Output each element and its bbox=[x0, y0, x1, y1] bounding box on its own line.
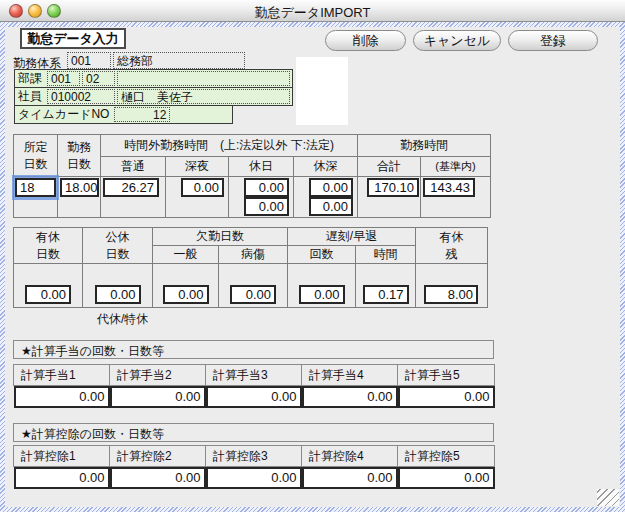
col-header-late-time: 時間 bbox=[356, 246, 416, 264]
staff-name-field[interactable]: 樋口 美佐子 bbox=[117, 89, 290, 104]
paid-remaining-input[interactable]: 8.00 bbox=[424, 285, 478, 304]
col-header-absence-sickness: 病傷 bbox=[219, 246, 288, 264]
late-early-count-input[interactable]: 0.00 bbox=[299, 285, 345, 304]
col-header-deduction-2: 計算控除2 bbox=[110, 446, 206, 467]
overtime-holiday-midnight-bottom-input[interactable]: 0.00 bbox=[309, 197, 353, 216]
staff-row: 社員 010002 樋口 美佐子 bbox=[14, 87, 293, 106]
delete-button[interactable]: 削除 bbox=[325, 30, 406, 51]
absence-general-input[interactable]: 0.00 bbox=[163, 285, 209, 304]
allowance-2-input[interactable]: 0.00 bbox=[110, 386, 206, 408]
timecard-label: タイムカードNO bbox=[18, 106, 109, 123]
timecard-row: タイムカードNO 12 bbox=[14, 105, 233, 124]
col-header-work-days: 勤務 日数 bbox=[58, 135, 101, 177]
deduction-2-input[interactable]: 0.00 bbox=[110, 467, 206, 489]
group-header-absence: 欠勤日数 bbox=[153, 228, 288, 246]
department-name-field[interactable] bbox=[117, 71, 290, 86]
col-header-deduction-4: 計算控除4 bbox=[302, 446, 398, 467]
absence-sickness-input[interactable]: 0.00 bbox=[230, 285, 276, 304]
form-title: 勤怠データ入力 bbox=[20, 28, 126, 49]
overtime-normal-input[interactable]: 26.27 bbox=[103, 178, 159, 197]
allowance-3-input[interactable]: 0.00 bbox=[206, 386, 302, 408]
cell-work-hours-standard: 143.43 bbox=[421, 177, 491, 218]
allowance-5-input[interactable]: 0.00 bbox=[398, 386, 495, 408]
deduction-5-input[interactable]: 0.00 bbox=[398, 467, 495, 489]
overtime-holiday-midnight-top-input[interactable]: 0.00 bbox=[309, 178, 353, 197]
col-header-allowance-2: 計算手当2 bbox=[110, 365, 206, 386]
window-content: 勤怠データ入力 削除 キャンセル 登録 勤務体系 001 総務部 部課 001 … bbox=[5, 27, 620, 507]
scheduled-days-input[interactable]: 18 bbox=[15, 178, 56, 197]
work-system-name-field[interactable]: 総務部 bbox=[113, 52, 245, 69]
late-early-time-input[interactable]: 0.17 bbox=[363, 285, 409, 304]
allowance-table: 計算手当1 計算手当2 計算手当3 計算手当4 計算手当5 0.00 0.00 … bbox=[13, 364, 495, 408]
cell-public-holiday: 0.00 bbox=[83, 264, 153, 308]
cell-scheduled-days: 18 bbox=[14, 177, 58, 218]
deduction-3-input[interactable]: 0.00 bbox=[206, 467, 302, 489]
allowance-1-input[interactable]: 0.00 bbox=[14, 386, 110, 408]
cell-overtime-holiday-midnight: 0.00 0.00 bbox=[294, 177, 358, 218]
col-header-deduction-3: 計算控除3 bbox=[206, 446, 302, 467]
titlebar[interactable]: 勤怠データIMPORT bbox=[0, 0, 625, 22]
cell-overtime-midnight: 0.00 bbox=[166, 177, 229, 218]
cell-work-days: 18.00 bbox=[58, 177, 101, 218]
col-header-public-holiday: 公休 日数 bbox=[83, 228, 153, 264]
allowance-4-input[interactable]: 0.00 bbox=[302, 386, 398, 408]
col-header-allowance-1: 計算手当1 bbox=[14, 365, 110, 386]
col-header-allowance-3: 計算手当3 bbox=[206, 365, 302, 386]
staff-code-field[interactable]: 010002 bbox=[47, 89, 115, 104]
deduction-4-input[interactable]: 0.00 bbox=[302, 467, 398, 489]
cell-late-count: 0.00 bbox=[288, 264, 356, 308]
overtime-midnight-input[interactable]: 0.00 bbox=[181, 178, 224, 197]
work-hours-total-input[interactable]: 170.10 bbox=[367, 178, 419, 197]
window-frame: 勤怠データ入力 削除 キャンセル 登録 勤務体系 001 総務部 部課 001 … bbox=[0, 22, 625, 512]
photo-placeholder bbox=[296, 57, 348, 125]
cell-absence-general: 0.00 bbox=[153, 264, 219, 308]
substitute-leave-note: 代休/特休 bbox=[97, 311, 148, 328]
work-hours-standard-input[interactable]: 143.43 bbox=[423, 178, 475, 197]
attendance-table: 所定 日数 勤務 日数 時間外勤務時間 (上:法定以外 下:法定) 勤務時間 普… bbox=[13, 134, 491, 218]
col-header-midnight: 深夜 bbox=[166, 157, 229, 177]
cell-absence-sickness: 0.00 bbox=[219, 264, 288, 308]
cell-paid-remaining: 8.00 bbox=[416, 264, 488, 308]
col-header-paid-remaining: 有休 残 bbox=[416, 228, 488, 264]
paid-leave-input[interactable]: 0.00 bbox=[25, 285, 71, 304]
timecard-no-field[interactable]: 12 bbox=[114, 107, 170, 122]
work-days-input[interactable]: 18.00 bbox=[60, 178, 99, 197]
allowance-section-title: ★計算手当の回数・日数等 bbox=[13, 340, 494, 359]
department-code-field[interactable]: 001 bbox=[47, 71, 80, 86]
group-header-work-hours: 勤務時間 bbox=[358, 135, 491, 157]
col-header-deduction-5: 計算控除5 bbox=[398, 446, 495, 467]
overtime-holiday-top-input[interactable]: 0.00 bbox=[244, 178, 289, 197]
col-header-late-count: 回数 bbox=[288, 246, 356, 264]
deduction-1-input[interactable]: 0.00 bbox=[14, 467, 110, 489]
col-header-total: 合計 bbox=[358, 157, 421, 177]
cell-overtime-normal: 26.27 bbox=[101, 177, 166, 218]
col-header-standard: (基準内) bbox=[421, 157, 491, 177]
cell-late-time: 0.17 bbox=[356, 264, 416, 308]
col-header-deduction-1: 計算控除1 bbox=[14, 446, 110, 467]
staff-label: 社員 bbox=[18, 88, 42, 105]
window-title: 勤怠データIMPORT bbox=[0, 4, 625, 22]
cell-overtime-holiday: 0.00 0.00 bbox=[229, 177, 294, 218]
public-holiday-input[interactable]: 0.00 bbox=[95, 285, 141, 304]
resize-grip[interactable] bbox=[597, 489, 619, 506]
group-header-overtime: 時間外勤務時間 (上:法定以外 下:法定) bbox=[101, 135, 358, 157]
department-subcode-field[interactable]: 02 bbox=[82, 71, 115, 86]
col-header-allowance-5: 計算手当5 bbox=[398, 365, 495, 386]
overtime-holiday-bottom-input[interactable]: 0.00 bbox=[244, 197, 289, 216]
col-header-holiday-midnight: 休深 bbox=[294, 157, 358, 177]
col-header-absence-general: 一般 bbox=[153, 246, 219, 264]
col-header-scheduled-days: 所定 日数 bbox=[14, 135, 58, 177]
deduction-table: 計算控除1 計算控除2 計算控除3 計算控除4 計算控除5 0.00 0.00 … bbox=[13, 445, 495, 489]
work-system-code-field[interactable]: 001 bbox=[67, 52, 111, 69]
register-button[interactable]: 登録 bbox=[508, 30, 598, 51]
leave-table: 有休 日数 公休 日数 欠勤日数 遅刻/早退 有休 残 一般 病傷 回数 時間 … bbox=[13, 227, 488, 308]
col-header-holiday: 休日 bbox=[229, 157, 294, 177]
group-header-late-early: 遅刻/早退 bbox=[288, 228, 416, 246]
department-row: 部課 001 02 bbox=[14, 69, 293, 88]
cancel-button[interactable]: キャンセル bbox=[413, 30, 501, 51]
department-label: 部課 bbox=[18, 70, 42, 87]
cell-paid-leave: 0.00 bbox=[14, 264, 83, 308]
col-header-allowance-4: 計算手当4 bbox=[302, 365, 398, 386]
cell-work-hours-total: 170.10 bbox=[358, 177, 421, 218]
deduction-section-title: ★計算控除の回数・日数等 bbox=[13, 423, 494, 442]
